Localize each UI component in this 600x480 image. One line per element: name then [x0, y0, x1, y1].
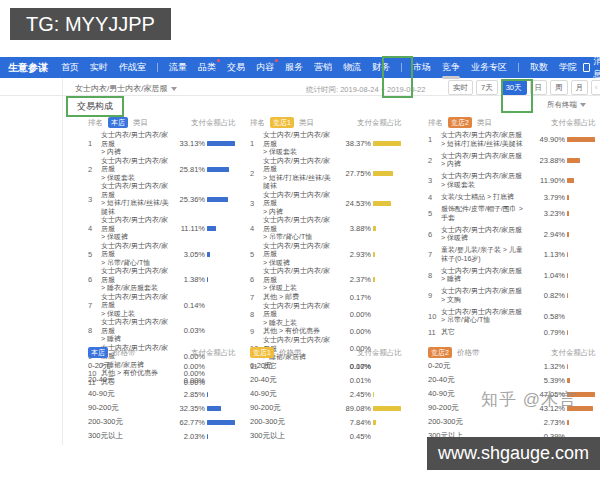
price-label-cell: 200-300元	[250, 417, 338, 427]
price-header: 价格带	[279, 348, 302, 358]
bar-slot	[567, 137, 596, 142]
nav-item-business-zone[interactable]: 业务专区	[471, 61, 507, 74]
range-button-month[interactable]: 月	[571, 80, 589, 95]
category-cell: 女士内衣/男士内衣/家居服> 内裤	[101, 131, 172, 157]
bar-slot	[373, 226, 402, 231]
value-bar	[207, 420, 235, 425]
range-button-30d[interactable]: 30天	[501, 80, 527, 95]
value-bar	[567, 378, 570, 383]
category-rows: 1女士内衣/男士内衣/家居服> 保暖套装38.37%2女士内衣/男士内衣/家居服…	[250, 131, 402, 337]
category-cell: 女士内衣/男士内衣/家居服> 保暖套装	[441, 172, 532, 189]
value-cell: 0.14%	[172, 301, 205, 310]
category-line1: 其他 > 邮费	[263, 293, 336, 302]
value-bar-cell: 3.79%	[532, 193, 596, 202]
price-label-cell: 90-200元	[428, 403, 532, 413]
bar-slot	[373, 201, 402, 206]
category-cell: 女士内衣/男士内衣/家居服> 睡裤	[441, 267, 532, 284]
date-range: 2019-08-24 ~ 2019-09-22	[340, 85, 425, 94]
terminal-filter-dropdown[interactable]: 所有终端	[547, 100, 586, 110]
rank-cell: 5	[428, 209, 441, 218]
nav-item-marketing[interactable]: 营销	[314, 61, 332, 74]
nav-item-trade[interactable]: 交易	[227, 61, 245, 74]
category-line2: > 文胸	[441, 296, 530, 305]
rank-cell: 8	[250, 310, 263, 319]
price-label-cell: 20-40元	[428, 375, 532, 385]
category-row: 8女士内衣/男士内衣/家居服> 睡裤0.03%	[88, 318, 236, 344]
table-header: 排名本店类目支付金额占比	[88, 116, 236, 129]
range-button-week[interactable]: 周	[550, 80, 568, 95]
bar-slot	[567, 211, 596, 216]
rank-cell: 2	[88, 165, 101, 174]
range-button-day[interactable]: 日	[530, 80, 548, 95]
category-cell: 其他 > 邮费	[263, 293, 338, 302]
category-line2: > 内裤	[263, 208, 336, 217]
nav-item-war-room[interactable]: 作战室	[119, 61, 146, 74]
category-cell: 女士内衣/男士内衣/家居服> 吊带/背心/T恤	[441, 308, 532, 325]
value-bar	[373, 392, 374, 397]
nav-item-realtime[interactable]: 实时	[90, 61, 108, 74]
range-button-prev[interactable]: ‹	[591, 80, 600, 95]
nav-item-content[interactable]: 内容	[256, 61, 274, 74]
nav-item-data-fetch[interactable]: 取数	[530, 61, 548, 74]
transaction-composition-tables: 排名本店类目支付金额占比1女士内衣/男士内衣/家居服> 内裤33.13%2女士内…	[88, 116, 600, 438]
terminal-filter-label: 所有终端	[547, 100, 577, 110]
category-cell: 女士内衣/男士内衣/家居服> 保暖裤	[101, 216, 172, 242]
price-label-cell: 0-20元	[250, 361, 338, 371]
category-line1: 女士内衣/男士内衣/家居服	[101, 267, 170, 284]
category-breadcrumb-dropdown[interactable]: 女士内衣/男士内衣/家居服	[75, 83, 177, 94]
category-line1: 女士内衣/男士内衣/家居服	[441, 131, 530, 140]
value-bar	[567, 158, 580, 163]
category-cell: 童装/婴儿装/亲子装 > 儿童袜子(0-16岁)	[441, 246, 532, 263]
store-badge: 竞店1	[270, 117, 294, 128]
nav-item-finance[interactable]: 财务	[372, 61, 390, 74]
bar-slot	[207, 197, 236, 202]
category-row: 3女士内衣/男士内衣/家居服> 保暖套装11.90%	[428, 172, 596, 189]
nav-item-market[interactable]: 市场	[413, 61, 431, 74]
nav-item-traffic[interactable]: 流量	[169, 61, 187, 74]
category-line2: > 吊带/背心/T恤	[263, 233, 336, 242]
date-range-buttons: 实时7天30天日周月‹›	[448, 80, 600, 95]
value-bar-cell: 3.05%	[172, 250, 236, 259]
nav-item-home[interactable]: 首页	[61, 61, 79, 74]
price-label-cell: 200-300元	[88, 417, 172, 427]
category-header: 类目	[299, 118, 314, 128]
bar-slot	[567, 195, 596, 200]
value-cell: 3.05%	[172, 250, 205, 259]
value-bar	[207, 197, 228, 202]
value-bar	[567, 178, 574, 183]
value-bar-cell: 25.81%	[172, 165, 236, 174]
range-button-7d[interactable]: 7天	[476, 80, 498, 95]
value-cell: 0.03%	[172, 326, 205, 335]
category-cell: 女士内衣/男士内衣/家居服> 保暖裤	[441, 226, 532, 243]
value-cell: 25.36%	[172, 195, 205, 204]
value-cell: 2.85%	[172, 390, 205, 399]
nav-item-academy[interactable]: 学院	[559, 61, 577, 74]
value-bar	[207, 226, 216, 231]
value-bar	[567, 252, 568, 257]
value-cell: 0.00%	[338, 327, 371, 336]
value-bar	[373, 226, 376, 231]
bar-slot	[373, 171, 402, 176]
value-bar	[207, 434, 208, 439]
value-header: 支付金额占比	[191, 348, 236, 358]
value-bar-cell: 62.77%	[172, 418, 236, 427]
value-header: 支付金额占比	[551, 348, 596, 358]
category-line2: > 睡衣上装	[263, 319, 336, 328]
range-button-realtime[interactable]: 实时	[448, 80, 473, 95]
category-line1: 女装/女士精品 > 打底裤	[441, 193, 530, 202]
brand-logo[interactable]: 生意参谋	[8, 61, 48, 75]
nav-messages[interactable]: 消息	[583, 55, 600, 81]
nav-item-logistics[interactable]: 物流	[343, 61, 361, 74]
nav-item-competition[interactable]: 竞争	[442, 61, 460, 74]
bar-slot	[567, 232, 596, 237]
screen: TG: MYYJJPP 生意参谋 首页实时作战室流量品类交易内容服务营销物流财务…	[0, 0, 600, 480]
nav-item-category[interactable]: 品类	[198, 61, 216, 74]
value-bar-cell: 0.00%	[338, 327, 402, 336]
rank-cell: 1	[88, 139, 101, 148]
value-cell: 1.04%	[532, 271, 565, 280]
value-bar-cell: 11.90%	[532, 176, 596, 185]
category-line1: 女士内衣/男士内衣/家居服	[441, 267, 530, 276]
value-cell: 3.23%	[532, 209, 565, 218]
nav-item-service[interactable]: 服务	[285, 61, 303, 74]
bar-slot	[373, 252, 402, 257]
